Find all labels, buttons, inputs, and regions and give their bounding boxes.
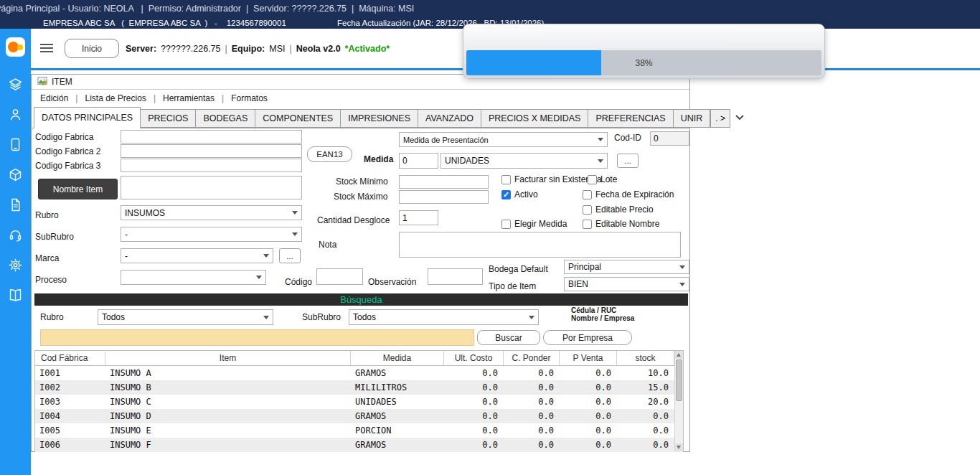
codigo-fabrica-input[interactable] — [121, 130, 302, 144]
checkbox-lote[interactable]: Lote — [588, 174, 617, 184]
stock-maximo-input[interactable] — [399, 190, 489, 204]
inicio-button[interactable]: Inicio — [65, 39, 119, 58]
search-input[interactable] — [40, 329, 474, 346]
invoice-icon[interactable] — [8, 197, 23, 215]
subrubro-select[interactable]: - — [121, 227, 302, 242]
col-p-venta[interactable]: P Venta — [560, 351, 617, 365]
checkbox-box[interactable] — [501, 190, 511, 199]
codigo-fabrica-2-input[interactable] — [121, 144, 302, 158]
user-icon[interactable] — [8, 107, 23, 125]
book-icon[interactable] — [8, 288, 23, 306]
bodega-default-select[interactable]: Principal — [564, 260, 689, 274]
marca-select[interactable]: - — [121, 248, 273, 263]
company-info: EMPRESA ABC SA ( EMPRESA ABC SA ) - 1234… — [43, 18, 286, 29]
checkbox-box[interactable] — [501, 175, 511, 184]
cell-item: INSUMO B — [105, 382, 351, 392]
col-stock[interactable]: stock — [617, 351, 674, 365]
tab-overflow[interactable]: . > — [710, 109, 730, 128]
gear-icon[interactable] — [8, 258, 23, 276]
table-row[interactable]: I004 INSUMO D GRAMOS 0.0 0.0 0.0 0.0 — [35, 409, 683, 423]
nombre-item-input[interactable] — [121, 176, 302, 199]
col-c-ponder[interactable]: C. Ponder — [504, 351, 560, 365]
medida-presentacion-select[interactable]: Medida de Presentación — [399, 132, 608, 147]
medida-more-button[interactable]: ... — [617, 154, 639, 168]
hamburger-menu-icon[interactable] — [40, 44, 55, 54]
medida-qty-input[interactable] — [399, 153, 438, 169]
chevron-down-icon — [256, 276, 262, 279]
tab[interactable]: BODEGAS — [195, 109, 255, 128]
scrollbar-thumb[interactable] — [676, 359, 682, 401]
subrubro-label: SubRubro — [35, 232, 74, 242]
checkbox-box[interactable] — [588, 175, 597, 184]
rubro-select[interactable]: INSUMOS — [121, 205, 302, 220]
tab[interactable]: PREFERENCIAS — [588, 109, 673, 128]
tab[interactable]: COMPONENTES — [255, 109, 341, 128]
menu-item[interactable]: Formatos — [215, 93, 268, 103]
table-scrollbar[interactable] — [674, 351, 683, 451]
table-row[interactable]: I002 INSUMO B MILILITROS 0.0 0.0 0.0 15.… — [35, 380, 683, 395]
col-medida[interactable]: Medida — [351, 351, 444, 365]
version-text: Neola v2.0 — [296, 44, 341, 54]
search-rubro-select[interactable]: Todos — [98, 309, 273, 325]
tab[interactable]: DATOS PRINCIPALES — [34, 107, 141, 128]
scroll-down-icon[interactable] — [675, 443, 683, 451]
checkbox-box[interactable] — [583, 205, 592, 215]
tablet-icon[interactable] — [8, 137, 23, 155]
scroll-up-icon[interactable] — [675, 351, 683, 359]
chevron-down-icon[interactable] — [735, 110, 745, 123]
codigo-label: Código — [285, 277, 312, 287]
tab[interactable]: PRECIOS — [140, 109, 196, 128]
cod-id-input[interactable] — [650, 131, 689, 146]
tipo-de-item-select[interactable]: BIEN — [564, 277, 689, 291]
layers-icon[interactable] — [8, 77, 23, 95]
stock-minimo-input[interactable] — [399, 175, 489, 189]
menu-item[interactable]: Edición — [40, 93, 68, 103]
cell-ult-costo: 0.0 — [444, 368, 504, 378]
tab[interactable]: IMPRESIONES — [340, 109, 418, 128]
menu-item[interactable]: Herramientas — [146, 93, 215, 103]
table-row[interactable]: I001 INSUMO A GRAMOS 0.0 0.0 0.0 10.0 — [35, 366, 683, 380]
nota-input[interactable] — [399, 232, 681, 258]
codigo-fabrica-3-input[interactable] — [121, 159, 302, 172]
col-item[interactable]: Item — [105, 351, 351, 365]
codigo-fabrica-2-label: Codigo Fabrica 2 — [35, 146, 100, 156]
ean13-button[interactable]: EAN13 — [307, 146, 352, 162]
app-logo — [6, 37, 25, 57]
tab[interactable]: AVANZADO — [418, 109, 481, 128]
nombre-item-button[interactable]: Nombre Item — [38, 179, 118, 199]
table-row[interactable]: I003 INSUMO C UNIDADES 0.0 0.0 0.0 20.0 — [35, 395, 683, 409]
checkbox-activo[interactable]: Activo — [501, 189, 538, 199]
table-row[interactable]: I006 INSUMO F GRAMOS 0.0 0.0 0.0 0.0 — [35, 438, 683, 452]
checkbox-elegir-medida[interactable]: Elegir Medida — [501, 219, 567, 229]
tab[interactable]: UNIR — [673, 109, 711, 128]
progress-dialog: 38% — [463, 24, 825, 79]
marca-more-button[interactable]: ... — [279, 248, 301, 263]
cell-ult-costo: 0.0 — [444, 411, 504, 421]
checkbox-box[interactable] — [583, 220, 592, 229]
por-empresa-button[interactable]: Por Empresa — [543, 330, 632, 345]
tab[interactable]: PRECIOS X MEDIDAS — [481, 109, 589, 128]
table-row[interactable]: I005 INSUMO E PORCION 0.0 0.0 0.0 0.0 — [35, 423, 683, 438]
chevron-down-icon — [598, 159, 603, 163]
headset-icon[interactable] — [8, 227, 23, 245]
package-icon[interactable] — [8, 167, 23, 185]
table-header-row: Cod Fábrica Item Medida Ult. Costo C. Po… — [35, 351, 683, 366]
col-cod-fabrica[interactable]: Cod Fábrica — [35, 351, 105, 365]
checkbox-editable-nombre[interactable]: Editable Nombre — [583, 219, 659, 229]
codigo-input[interactable] — [316, 268, 363, 285]
menu-item[interactable]: Lista de Precios — [68, 93, 146, 103]
chevron-down-icon — [679, 283, 685, 286]
item-window-icon — [37, 76, 47, 88]
medida-unidad-select[interactable]: UNIDADES — [440, 153, 608, 169]
checkbox-facturar-sin-existencia[interactable]: Facturar sin Existencia — [501, 174, 601, 184]
checkbox-box[interactable] — [501, 220, 511, 229]
checkbox-box[interactable] — [583, 190, 592, 199]
checkbox-fecha-de-expiracion[interactable]: Fecha de Expiración — [583, 189, 674, 199]
buscar-button[interactable]: Buscar — [477, 330, 540, 345]
checkbox-editable-precio[interactable]: Editable Precio — [583, 204, 654, 215]
observacion-input[interactable] — [428, 268, 483, 285]
proceso-select[interactable] — [121, 270, 266, 285]
search-subrubro-select[interactable]: Todos — [349, 309, 539, 325]
col-ult-costo[interactable]: Ult. Costo — [444, 351, 504, 365]
cantidad-desgloce-input[interactable] — [399, 210, 438, 225]
